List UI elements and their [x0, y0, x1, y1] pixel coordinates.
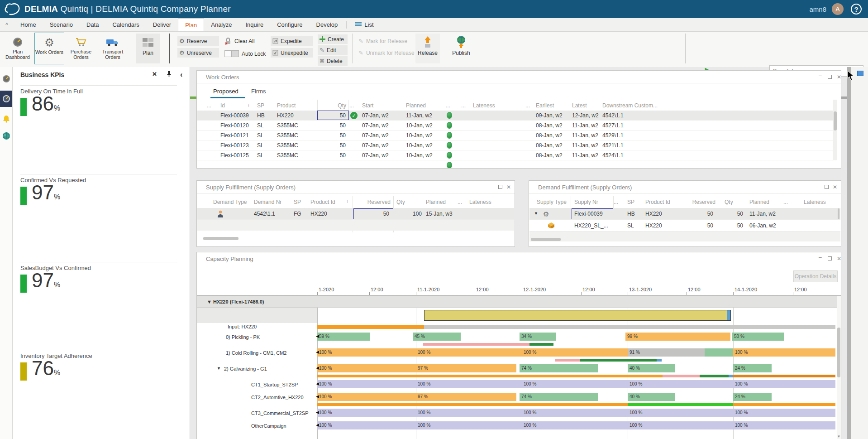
capacity-bar[interactable]: 100 %: [628, 421, 733, 429]
docked-panel-icon[interactable]: [857, 71, 863, 76]
capacity-bar[interactable]: 74 %: [520, 364, 598, 372]
minimize-icon[interactable]: –: [819, 72, 822, 79]
scrollbar-thumb[interactable]: [838, 208, 839, 219]
col-header[interactable]: Start: [362, 102, 373, 109]
capacity-bar[interactable]: 99 %: [625, 333, 730, 341]
horizontal-scrollbar-thumb[interactable]: [203, 237, 238, 240]
unexpedite-button[interactable]: Unexpedite: [271, 48, 313, 58]
capacity-bar[interactable]: 34 %: [520, 333, 556, 341]
capacity-bar[interactable]: 50 %: [732, 333, 784, 341]
sort-desc-icon[interactable]: ↓: [248, 102, 250, 107]
capacity-bar[interactable]: 100 %: [416, 348, 522, 357]
minimize-icon[interactable]: –: [816, 183, 820, 189]
dock-splitter[interactable]: [847, 67, 851, 439]
table-row[interactable]: Flexi-00123SLS355MC5007-Jan, w210-Jan, w…: [197, 140, 833, 150]
maximize-icon[interactable]: [825, 184, 829, 190]
pin-icon[interactable]: [167, 71, 172, 78]
table-row[interactable]: Flexi-00125SLS355MC5007-Jan, w210-Jan, w…: [197, 150, 833, 160]
nav-plan-dashboard-button[interactable]: Plan Dashboard: [3, 33, 33, 64]
publish-button[interactable]: Publish: [449, 34, 473, 63]
capacity-bar[interactable]: 97 %: [416, 364, 516, 372]
scrollbar-thumb[interactable]: [837, 328, 840, 377]
expand-icon[interactable]: ▼: [217, 366, 221, 371]
maximize-icon[interactable]: [498, 184, 502, 190]
col-header[interactable]: ...: [207, 102, 211, 109]
capacity-bar[interactable]: 100 %: [522, 409, 628, 417]
capacity-bar[interactable]: ◀59 %: [317, 333, 370, 341]
table-row[interactable]: HX220_SL_...SLHX220505006-Jan, w2: [529, 220, 840, 232]
dock-globe-icon[interactable]: [0, 128, 12, 144]
menu-item-inquire[interactable]: Inquire: [238, 18, 270, 31]
menu-item-develop[interactable]: Develop: [310, 18, 345, 31]
col-header[interactable]: Product Id: [645, 199, 670, 205]
capacity-bar[interactable]: 24 %: [733, 393, 772, 401]
col-header[interactable]: Earliest: [536, 102, 554, 109]
col-header[interactable]: Planned: [406, 102, 426, 109]
expand-icon[interactable]: ▼: [534, 211, 538, 216]
col-header[interactable]: Downstream Custom...: [602, 102, 658, 109]
campaign-bar[interactable]: [424, 310, 731, 321]
col-header[interactable]: Latest: [572, 102, 587, 109]
col-header[interactable]: Lateness: [804, 199, 826, 205]
capacity-bar[interactable]: 97 %: [416, 393, 516, 401]
scroll-down-icon[interactable]: ▼: [837, 434, 841, 439]
horizontal-scrollbar-thumb[interactable]: [531, 238, 561, 241]
col-header[interactable]: Lateness: [469, 199, 491, 205]
capacity-bar[interactable]: ◀100 %: [317, 364, 416, 372]
capacity-bar[interactable]: 100 %: [416, 421, 522, 429]
maximize-icon[interactable]: [828, 74, 832, 80]
capacity-bar[interactable]: 100 %: [733, 348, 835, 357]
minimize-icon[interactable]: –: [819, 254, 822, 261]
menu-item-deliver[interactable]: Deliver: [146, 18, 178, 31]
col-header[interactable]: ...: [525, 102, 530, 109]
col-header[interactable]: Product Id: [310, 199, 335, 205]
collapse-ribbon-icon[interactable]: ^: [0, 18, 14, 31]
edit-button[interactable]: ✎ Edit: [318, 45, 348, 55]
col-header-reserved[interactable]: Reserved: [684, 199, 715, 205]
capacity-bar[interactable]: 24 %: [733, 364, 772, 372]
chevron-left-icon[interactable]: ‹: [180, 71, 182, 79]
auto-lock-toggle[interactable]: Auto Lock: [224, 49, 266, 58]
table-row[interactable]: Flexi-00121SLS355MC5007-Jan, w210-Jan, w…: [197, 130, 833, 140]
release-button[interactable]: Release: [415, 34, 440, 63]
unreserve-button[interactable]: ⚙ Unreserve: [177, 48, 219, 58]
table-row[interactable]: Flexi-00039HBHX22050✓07-Jan, w211-Jan, w…: [197, 111, 833, 121]
col-header[interactable]: Planned: [749, 199, 769, 205]
plan-button[interactable]: Plan: [136, 34, 160, 63]
delete-button[interactable]: ✖ Delete: [318, 56, 348, 66]
scrollbar-thumb[interactable]: [834, 111, 837, 130]
sort-asc-icon[interactable]: ↑: [346, 199, 348, 204]
col-header[interactable]: ...: [349, 102, 354, 109]
capacity-bar[interactable]: 100 %: [416, 409, 522, 417]
nav-purchase-orders-button[interactable]: Purchase Orders: [66, 33, 96, 64]
capacity-bar[interactable]: 100 %: [522, 421, 628, 429]
col-header[interactable]: Demand Type: [213, 199, 247, 205]
table-row[interactable]: 4542\1.1FGHX2205010015-Jan, w3: [197, 208, 514, 220]
menu-item-plan[interactable]: Plan: [178, 18, 204, 31]
col-header[interactable]: ...: [458, 199, 462, 205]
col-header[interactable]: SP: [257, 102, 264, 109]
close-icon[interactable]: ✕: [506, 184, 511, 190]
vertical-scrollbar[interactable]: ▼: [837, 296, 841, 439]
col-header[interactable]: ...: [614, 199, 618, 205]
capacity-bar[interactable]: 45 %: [413, 333, 461, 341]
capacity-bar[interactable]: 100 %: [733, 421, 835, 429]
capacity-bar[interactable]: ◀100 %: [317, 393, 416, 401]
dock-dashboard-icon[interactable]: [0, 71, 12, 87]
col-header[interactable]: ...: [446, 102, 450, 109]
menu-item-analyze[interactable]: Analyze: [204, 18, 238, 31]
menu-item-calendars[interactable]: Calendars: [105, 18, 146, 31]
col-header[interactable]: ...: [783, 199, 788, 205]
capacity-bar[interactable]: 40 %: [628, 364, 675, 372]
close-icon[interactable]: ✕: [837, 74, 841, 80]
maximize-icon[interactable]: [828, 256, 832, 262]
col-header[interactable]: Demand Nr: [254, 199, 281, 205]
col-header[interactable]: ...: [461, 102, 466, 109]
capacity-bar[interactable]: 100 %: [522, 380, 628, 388]
minimize-icon[interactable]: –: [490, 183, 493, 189]
capacity-bar[interactable]: ◀100 %: [317, 409, 416, 417]
menu-item-configure[interactable]: Configure: [270, 18, 309, 31]
capacity-bar[interactable]: 100 %: [628, 380, 733, 388]
reserve-button[interactable]: ⚙ Reserve: [177, 36, 219, 46]
menu-item-scenario[interactable]: Scenario: [43, 18, 80, 31]
